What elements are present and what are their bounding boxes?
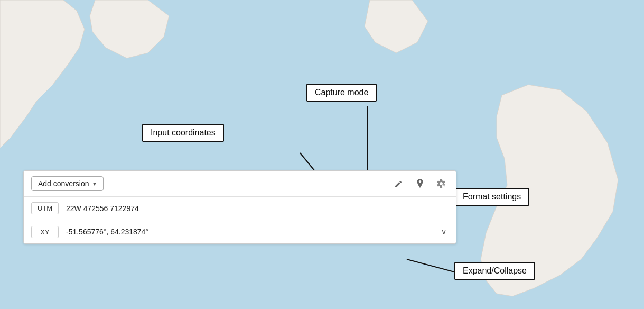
add-conversion-button[interactable]: Add conversion [31,176,104,191]
pin-icon-button[interactable] [413,176,427,191]
gear-icon-button[interactable] [434,176,449,191]
add-conversion-label: Add conversion [38,179,89,188]
xy-value: -51.565776°, 64.231874° [66,228,432,236]
pin-icon [415,178,425,189]
capture-mode-annotation: Capture mode [306,84,377,102]
utm-label: UTM [31,202,59,214]
add-conversion-chevron-icon [92,181,97,187]
pencil-icon-button[interactable] [391,176,406,191]
format-settings-annotation: Format settings [454,188,529,206]
expand-collapse-annotation: Expand/Collapse [454,262,535,280]
panel-toolbar: Add conversion [24,171,456,197]
input-coordinates-annotation: Input coordinates [142,124,224,142]
xy-label: XY [31,226,59,238]
pencil-icon [394,179,404,188]
utm-value: 22W 472556 7122974 [66,204,449,213]
coordinate-panel: Add conversion UTM 22W 472556 71229 [23,170,456,244]
utm-row: UTM 22W 472556 7122974 [24,197,456,220]
gear-icon [436,178,446,189]
xy-row: XY -51.565776°, 64.231874° ∨ [24,220,456,243]
collapse-icon[interactable]: ∨ [439,225,449,238]
map-svg [0,0,644,309]
